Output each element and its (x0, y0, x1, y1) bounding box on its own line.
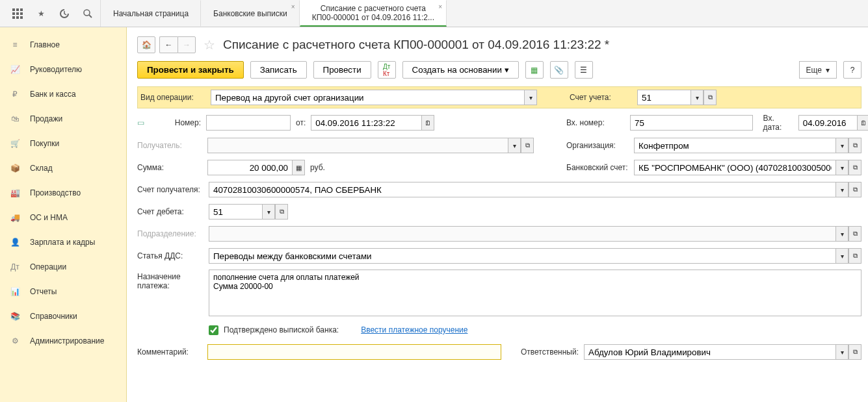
account-input[interactable] (637, 90, 690, 105)
op-type-input[interactable] (211, 90, 524, 105)
sidebar-item-main[interactable]: ≡Главное (0, 32, 126, 57)
department-input[interactable] (209, 226, 835, 242)
factory-icon: 🏭 (9, 187, 21, 199)
post-button[interactable]: Провести (313, 61, 371, 79)
history-icon[interactable] (59, 8, 70, 19)
button-label: Записать (260, 65, 297, 75)
bank-account-input[interactable] (634, 160, 835, 175)
search-icon[interactable] (82, 8, 94, 19)
row-number: ▭ Номер: от: 🗓 Вх. номер: Вх. дата: (137, 114, 861, 132)
dropdown-icon[interactable]: ▾ (835, 248, 848, 264)
sidebar-item-assets[interactable]: 🚚ОС и НМА (0, 205, 126, 230)
form: Вид операции: ▾ Счет учета: ▾ ⧉ (137, 86, 861, 360)
tab-document[interactable]: Списание с расчетного счета КП00-000001 … (300, 0, 447, 27)
close-icon[interactable]: × (291, 3, 295, 10)
confirmed-checkbox[interactable]: Подтверждено выпиской банка: (209, 325, 339, 335)
dropdown-icon[interactable]: ▾ (835, 138, 848, 153)
sidebar-item-refs[interactable]: 📚Справочники (0, 304, 126, 329)
home-button[interactable]: 🏠 (137, 36, 155, 53)
help-button[interactable]: ? (843, 61, 861, 79)
sidebar-item-salary[interactable]: 👤Зарплата и кадры (0, 230, 126, 255)
open-icon[interactable]: ⧉ (704, 90, 717, 105)
favorite-star-icon[interactable]: ☆ (204, 37, 215, 53)
dropdown-icon[interactable]: ▾ (524, 90, 537, 105)
svg-point-9 (84, 10, 90, 16)
back-button[interactable]: ← (159, 36, 178, 53)
dropdown-icon[interactable]: ▾ (690, 90, 704, 105)
apps-icon[interactable] (12, 8, 23, 19)
sidebar-item-admin[interactable]: ⚙Администрирование (0, 329, 126, 353)
comment-input[interactable] (207, 344, 501, 360)
rec-account-input[interactable] (209, 182, 835, 197)
row-department: Подразделение: ▾ ⧉ (137, 225, 861, 242)
purpose-textarea[interactable] (209, 270, 861, 316)
tab-bank[interactable]: Банковские выписки× (201, 0, 300, 27)
open-icon[interactable]: ⧉ (848, 138, 861, 153)
close-icon[interactable]: × (438, 3, 442, 10)
enter-order-link[interactable]: Ввести платежное поручение (361, 325, 467, 334)
sidebar-item-warehouse[interactable]: 📦Склад (0, 156, 126, 181)
open-icon[interactable]: ⧉ (848, 182, 861, 197)
toolbar: Провести и закрыть Записать Провести ДтК… (137, 61, 861, 79)
dropdown-icon[interactable]: ▾ (508, 138, 521, 153)
more-button[interactable]: Еще▾ (799, 61, 837, 79)
dropdown-icon[interactable]: ▾ (835, 226, 848, 242)
truck-icon: 🚚 (9, 212, 21, 223)
calendar-icon[interactable]: 🗓 (421, 115, 434, 131)
in-number-input[interactable] (630, 115, 752, 131)
sum-input[interactable] (207, 160, 292, 175)
calculator-icon[interactable]: ▦ (292, 160, 305, 175)
open-icon[interactable]: ⧉ (848, 160, 861, 175)
save-button[interactable]: Записать (250, 61, 307, 79)
recipient-input[interactable] (207, 138, 508, 153)
ruble-icon: ₽ (9, 88, 21, 100)
open-icon[interactable]: ⧉ (848, 344, 861, 360)
doc-icon-button[interactable]: ▦ (525, 61, 544, 79)
tab-label: Начальная страница (113, 9, 189, 18)
organization-input[interactable] (634, 138, 835, 153)
dropdown-icon[interactable]: ▾ (262, 204, 275, 220)
sidebar-item-production[interactable]: 🏭Производство (0, 181, 126, 205)
checkbox-input[interactable] (209, 325, 218, 335)
date-input[interactable] (311, 115, 421, 131)
label-account: Счет учета: (570, 93, 632, 102)
svg-rect-7 (16, 16, 19, 19)
tab-label: Списание с расчетного счета (321, 4, 426, 13)
open-icon[interactable]: ⧉ (275, 204, 288, 220)
open-icon[interactable]: ⧉ (848, 248, 861, 264)
tab-home[interactable]: Начальная страница (101, 0, 201, 27)
svg-rect-3 (12, 12, 15, 15)
sidebar-item-reports[interactable]: 📊Отчеты (0, 279, 126, 304)
sidebar-item-sales[interactable]: 🛍Продажи (0, 107, 126, 131)
dropdown-icon[interactable]: ▾ (835, 160, 848, 175)
label-from: от: (296, 118, 306, 127)
sidebar-item-manager[interactable]: 📈Руководителю (0, 57, 126, 82)
chevron-down-icon: ▾ (505, 65, 509, 75)
svg-line-10 (89, 15, 92, 18)
forward-button[interactable]: → (178, 36, 196, 53)
checkbox-label: Подтверждено выпиской банка: (224, 325, 339, 334)
calendar-icon[interactable]: 🗓 (857, 115, 868, 131)
dds-input[interactable] (209, 248, 835, 264)
star-icon[interactable]: ★ (35, 8, 47, 19)
sidebar-item-operations[interactable]: ДтОперации (0, 255, 126, 279)
open-icon[interactable]: ⧉ (848, 226, 861, 242)
label-organization: Организация: (566, 141, 629, 150)
sidebar-item-bank[interactable]: ₽Банк и касса (0, 82, 126, 107)
sidebar-item-purchases[interactable]: 🛒Покупки (0, 131, 126, 156)
responsible-input[interactable] (584, 344, 835, 360)
dropdown-icon[interactable]: ▾ (835, 182, 848, 197)
attach-button[interactable]: 📎 (550, 61, 568, 79)
number-input[interactable] (206, 115, 291, 131)
in-date-input[interactable] (798, 115, 857, 131)
dtkt-button[interactable]: ДтКт (378, 61, 396, 79)
svg-rect-5 (20, 12, 23, 15)
create-based-button[interactable]: Создать на основании ▾ (402, 61, 519, 79)
open-icon[interactable]: ⧉ (521, 138, 534, 153)
list-button[interactable]: ☰ (575, 61, 593, 79)
row-debit: Счет дебета: ▾ ⧉ (137, 203, 861, 220)
debit-input[interactable] (209, 204, 262, 220)
dropdown-icon[interactable]: ▾ (835, 344, 848, 360)
box-icon: 📦 (9, 162, 21, 174)
post-close-button[interactable]: Провести и закрыть (137, 61, 244, 79)
